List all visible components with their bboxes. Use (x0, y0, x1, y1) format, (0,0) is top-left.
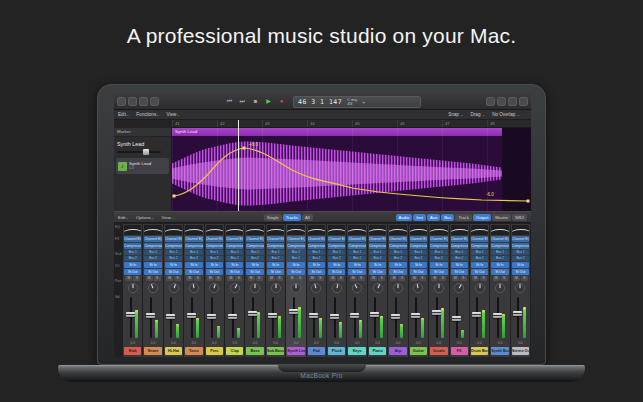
send-slot[interactable]: Bus 1 (410, 250, 427, 255)
io-slot[interactable]: St Out (451, 269, 468, 275)
fader-cap[interactable] (472, 312, 481, 317)
insert-slot[interactable]: Compressor (512, 243, 529, 249)
mute-button[interactable]: M (227, 276, 234, 281)
send-slot[interactable]: Bus 1 (144, 250, 161, 255)
fader-cap[interactable] (452, 316, 461, 321)
send-slot[interactable]: Bus 1 (512, 250, 529, 255)
tracks-area[interactable]: Synth Lead (172, 128, 531, 211)
mute-button[interactable]: M (186, 276, 193, 281)
insert-slot[interactable]: Channel EQ (410, 236, 427, 242)
pan-knob[interactable] (246, 282, 263, 294)
filter-aux[interactable]: Aux (427, 214, 440, 221)
insert-slot[interactable]: Channel EQ (144, 236, 161, 242)
pan-knob[interactable] (410, 282, 427, 294)
io-slot[interactable]: St In (491, 262, 508, 268)
pan-knob[interactable] (124, 282, 141, 294)
mixer-strip[interactable]: Channel EQCompressorBus 1Bus 2St InSt Ou… (307, 224, 326, 357)
lcd-add-icon[interactable]: + (362, 99, 366, 105)
mute-button[interactable]: M (268, 276, 275, 281)
mute-button[interactable]: M (350, 276, 357, 281)
mixer-strip[interactable]: Channel EQCompressorBus 1Bus 2St InSt Ou… (429, 224, 448, 357)
region-name[interactable]: Synth Lead (172, 128, 502, 136)
channel-name[interactable]: Clap (226, 347, 243, 355)
list-editors-icon[interactable] (508, 97, 517, 106)
send-slot[interactable]: Bus 1 (165, 250, 182, 255)
io-slot[interactable]: St Out (144, 269, 161, 275)
send-slot[interactable]: Bus 2 (491, 256, 508, 261)
send-slot[interactable]: Bus 1 (328, 250, 345, 255)
mute-button[interactable]: M (370, 276, 377, 281)
channel-name[interactable]: Pluck (328, 347, 345, 355)
eq-thumbnail[interactable] (165, 225, 182, 235)
io-slot[interactable]: St In (226, 262, 243, 268)
send-slot[interactable]: Bus 2 (369, 256, 386, 261)
insert-slot[interactable]: Channel EQ (308, 236, 325, 242)
mixer-strip[interactable]: Channel EQCompressorBus 1Bus 2St InSt Ou… (327, 224, 346, 357)
channel-name[interactable]: Pad (308, 347, 325, 355)
insert-slot[interactable]: Compressor (451, 243, 468, 249)
solo-button[interactable]: S (501, 276, 508, 281)
fader-cap[interactable] (146, 313, 155, 318)
channel-name[interactable]: Synth Lead (287, 347, 304, 355)
send-slot[interactable]: Bus 2 (185, 256, 202, 261)
mixer-strip[interactable]: Channel EQCompressorBus 1Bus 2St InSt Ou… (490, 224, 509, 357)
insert-slot[interactable]: Compressor (206, 243, 223, 249)
insert-slot[interactable]: Compressor (491, 243, 508, 249)
channel-name[interactable]: Guitar (410, 347, 427, 355)
channel-fader[interactable] (246, 295, 263, 340)
filter-bus[interactable]: Bus (441, 214, 454, 221)
solo-button[interactable]: S (276, 276, 283, 281)
insert-slot[interactable]: Channel EQ (287, 236, 304, 242)
channel-fader[interactable] (491, 295, 508, 340)
io-slot[interactable]: St Out (471, 269, 488, 275)
pan-knob[interactable] (226, 282, 243, 294)
pan-knob[interactable] (389, 282, 406, 294)
send-slot[interactable]: Bus 2 (308, 256, 325, 261)
channel-name[interactable]: Piano (369, 347, 386, 355)
channel-name[interactable]: Vocals (430, 347, 447, 355)
cycle-icon[interactable] (486, 97, 495, 106)
channel-fader[interactable] (287, 295, 304, 340)
insert-slot[interactable]: Channel EQ (206, 236, 223, 242)
view-mode-tracks[interactable]: Tracks (283, 214, 301, 221)
fader-cap[interactable] (309, 313, 318, 318)
mixer-strip[interactable]: Channel EQCompressorBus 1Bus 2St InSt Ou… (286, 224, 305, 357)
pan-knob[interactable] (185, 282, 202, 294)
mute-button[interactable]: M (288, 276, 295, 281)
insert-slot[interactable]: Compressor (369, 243, 386, 249)
insert-slot[interactable]: Compressor (267, 243, 284, 249)
solo-button[interactable]: S (439, 276, 446, 281)
toolbar-icon[interactable] (139, 97, 148, 106)
io-slot[interactable]: St Out (267, 269, 284, 275)
eq-thumbnail[interactable] (144, 225, 161, 235)
channel-name[interactable]: Snare (144, 347, 161, 355)
insert-slot[interactable]: Compressor (308, 243, 325, 249)
send-slot[interactable]: Bus 2 (124, 256, 141, 261)
channel-fader[interactable] (348, 295, 365, 340)
channel-fader[interactable] (512, 295, 529, 340)
pan-knob[interactable] (471, 282, 488, 294)
pan-knob[interactable] (451, 282, 468, 294)
channel-name[interactable]: Toms (185, 347, 202, 355)
pan-knob[interactable] (267, 282, 284, 294)
insert-slot[interactable]: Compressor (348, 243, 365, 249)
io-slot[interactable]: St In (369, 262, 386, 268)
forward-button[interactable]: ⏭ (237, 96, 248, 107)
send-slot[interactable]: Bus 1 (124, 250, 141, 255)
eq-thumbnail[interactable] (308, 225, 325, 235)
io-slot[interactable]: St In (144, 262, 161, 268)
send-slot[interactable]: Bus 1 (369, 250, 386, 255)
channel-fader[interactable] (124, 295, 141, 340)
channel-fader[interactable] (389, 295, 406, 340)
insert-slot[interactable]: Channel EQ (246, 236, 263, 242)
channel-name[interactable]: Kick (124, 347, 141, 355)
pan-knob[interactable] (491, 282, 508, 294)
channel-fader[interactable] (328, 295, 345, 340)
filter-output[interactable]: Output (473, 214, 492, 221)
pan-knob[interactable] (430, 282, 447, 294)
io-slot[interactable]: St Out (369, 269, 386, 275)
insert-slot[interactable]: Channel EQ (226, 236, 243, 242)
send-slot[interactable]: Bus 2 (246, 256, 263, 261)
solo-button[interactable]: S (235, 276, 242, 281)
channel-fader[interactable] (226, 295, 243, 340)
